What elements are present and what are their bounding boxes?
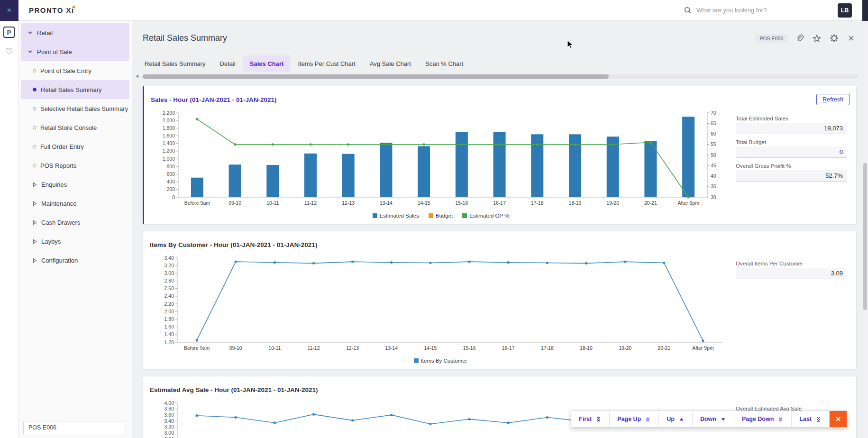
- main-area: Retail Sales Summary POS E006: [132, 21, 868, 438]
- settings-gear-icon[interactable]: [829, 34, 839, 43]
- nav-last-button[interactable]: Last: [792, 411, 830, 427]
- svg-text:After 9pm: After 9pm: [677, 200, 699, 206]
- favorites-heart-icon[interactable]: ♡: [5, 47, 13, 56]
- up-icon: [678, 416, 685, 422]
- workspace-p-icon[interactable]: P: [3, 27, 15, 38]
- sidebar-item-label: Maintenance: [41, 200, 76, 207]
- hscroll-left-arrow-icon[interactable]: [135, 73, 140, 79]
- stat-value: 0: [736, 146, 847, 158]
- svg-text:0: 0: [172, 194, 175, 200]
- stat-label: Overall Gross Proifit %: [736, 163, 847, 169]
- sidebar-item-maintenance[interactable]: Maintenance: [21, 194, 129, 213]
- sidebar-item-pos-reports[interactable]: POS Reports: [21, 156, 129, 175]
- topbar-right: LB: [684, 3, 868, 18]
- svg-text:16-17: 16-17: [493, 200, 506, 206]
- tab-retail-sales-summary[interactable]: Retail Sales Summary: [138, 55, 212, 72]
- svg-text:60: 60: [711, 131, 716, 137]
- stat-overall-items-per-customer: Overall Items Per Customer3.09: [736, 261, 847, 279]
- svg-text:3.20: 3.20: [164, 424, 174, 429]
- nav-button-label: Page Up: [617, 416, 641, 422]
- page-down-icon: [777, 416, 784, 422]
- circle-bullet-icon: [33, 69, 36, 73]
- sidebar-menu: RetailPoint of SalePoint of Sale EntryRe…: [18, 23, 132, 270]
- sidebar-item-enquiries[interactable]: Enquiries: [21, 175, 129, 194]
- sidebar-item-retail-store-console[interactable]: Retail Store Console: [21, 118, 129, 137]
- sidebar-item-point-of-sale[interactable]: Point of Sale: [21, 42, 129, 61]
- nav-page-up-button[interactable]: Page Up: [610, 411, 659, 427]
- sidebar-item-configuration[interactable]: Configuration: [21, 251, 129, 270]
- tab-detail[interactable]: Detail: [213, 55, 242, 72]
- sales-hour-section: Sales - Hour (01-JAN-2021 - 01-JAN-2021)…: [143, 86, 857, 224]
- items-by-customer-legend: Items By Customer: [150, 356, 731, 366]
- sidebar-item-full-order-entry[interactable]: Full Order Entry: [21, 137, 129, 156]
- nav-first-button[interactable]: First: [571, 411, 610, 427]
- attachment-paperclip-icon[interactable]: [795, 34, 804, 43]
- sidebar-item-point-of-sale-entry[interactable]: Point of Sale Entry: [21, 61, 129, 80]
- svg-text:4.00: 4.00: [164, 400, 174, 406]
- stat-value: 52.7%: [736, 170, 847, 182]
- selected-dot-icon: [33, 88, 37, 91]
- svg-text:19-20: 19-20: [619, 345, 631, 351]
- sidebar-item-retail-sales-summary[interactable]: Retail Sales Summary: [21, 80, 129, 99]
- sidebar-item-laybys[interactable]: Laybys: [21, 232, 129, 251]
- record-nav-bar: FirstPage UpUpDownPage DownLast: [571, 411, 847, 428]
- nav-up-button[interactable]: Up: [659, 411, 693, 427]
- svg-text:20-21: 20-21: [658, 345, 670, 351]
- svg-text:13-14: 13-14: [380, 200, 393, 206]
- sidebar-item-label: Configuration: [41, 257, 78, 264]
- global-search-input[interactable]: [696, 7, 815, 14]
- page-up-icon: [645, 416, 651, 422]
- nav-page-down-button[interactable]: Page Down: [734, 411, 792, 427]
- svg-text:3.40: 3.40: [164, 418, 174, 424]
- user-avatar[interactable]: LB: [838, 3, 852, 18]
- sidebar-item-label: Point of Sale Entry: [40, 67, 91, 74]
- svg-text:1,200: 1,200: [163, 148, 175, 154]
- search-icon[interactable]: [684, 6, 692, 14]
- sidebar-item-label: Full Order Entry: [40, 143, 84, 150]
- sidebar-item-label: Retail Sales Summary: [41, 86, 102, 93]
- svg-text:19-20: 19-20: [606, 200, 619, 206]
- svg-text:11-12: 11-12: [304, 200, 317, 206]
- svg-text:65: 65: [711, 120, 716, 126]
- legend-item-budget: Budget: [429, 213, 453, 219]
- refresh-button[interactable]: Refresh: [816, 94, 850, 105]
- svg-text:200: 200: [166, 186, 175, 192]
- circle-bullet-icon: [33, 145, 36, 148]
- svg-text:14-15: 14-15: [424, 345, 437, 351]
- hscroll-track[interactable]: [142, 74, 859, 79]
- svg-text:2,000: 2,000: [163, 118, 175, 123]
- main-header: Retail Sales Summary POS E006: [132, 21, 868, 55]
- tab-sales-chart[interactable]: Sales Chart: [243, 55, 291, 72]
- svg-text:600: 600: [166, 171, 175, 177]
- nav-close-button[interactable]: [830, 411, 847, 427]
- legend-item-estimated-sales: Estimated Sales: [373, 213, 419, 219]
- circle-bullet-icon: [33, 126, 36, 129]
- nav-down-button[interactable]: Down: [693, 411, 734, 427]
- chevron-right-icon: [33, 239, 37, 244]
- vertical-scrollbar[interactable]: [862, 21, 868, 438]
- svg-text:2.00: 2.00: [164, 309, 174, 314]
- pos-terminal-field[interactable]: POS E006: [23, 421, 125, 434]
- tab-avg-sale-chart[interactable]: Avg Sale Chart: [363, 55, 418, 72]
- vscroll-thumb[interactable]: [863, 163, 867, 310]
- svg-text:3.20: 3.20: [164, 263, 174, 268]
- sidebar-item-cash-drawers[interactable]: Cash Drawers: [21, 213, 129, 232]
- sidebar-item-label: Point of Sale: [37, 48, 72, 55]
- tab-items-per-cust-chart[interactable]: Items Per Cust Chart: [291, 55, 362, 72]
- nav-button-label: Down: [700, 416, 716, 422]
- hscroll-thumb[interactable]: [143, 74, 609, 79]
- sidebar-item-retail[interactable]: Retail: [21, 23, 129, 42]
- favorite-star-icon[interactable]: [812, 34, 822, 43]
- svg-text:2.60: 2.60: [164, 285, 174, 291]
- svg-text:400: 400: [166, 179, 175, 184]
- sidebar-item-selective-retail-sales-summary[interactable]: Selective Retail Sales Summary: [21, 99, 129, 118]
- svg-text:1.60: 1.60: [164, 324, 174, 329]
- tab-scan-chart[interactable]: Scan % Chart: [419, 55, 470, 72]
- pronto-xi-app: × PRONTO Xi LB P ♡ RetailPoint of SalePo…: [0, 0, 868, 438]
- close-window-icon[interactable]: [846, 34, 856, 43]
- pos-code-badge: POS E006: [755, 34, 787, 43]
- stat-label: Overall Items Per Customer: [736, 261, 847, 266]
- app-close-button[interactable]: ×: [0, 0, 18, 21]
- svg-text:12-13: 12-13: [346, 345, 359, 351]
- sidebar-item-label: POS Reports: [40, 162, 77, 169]
